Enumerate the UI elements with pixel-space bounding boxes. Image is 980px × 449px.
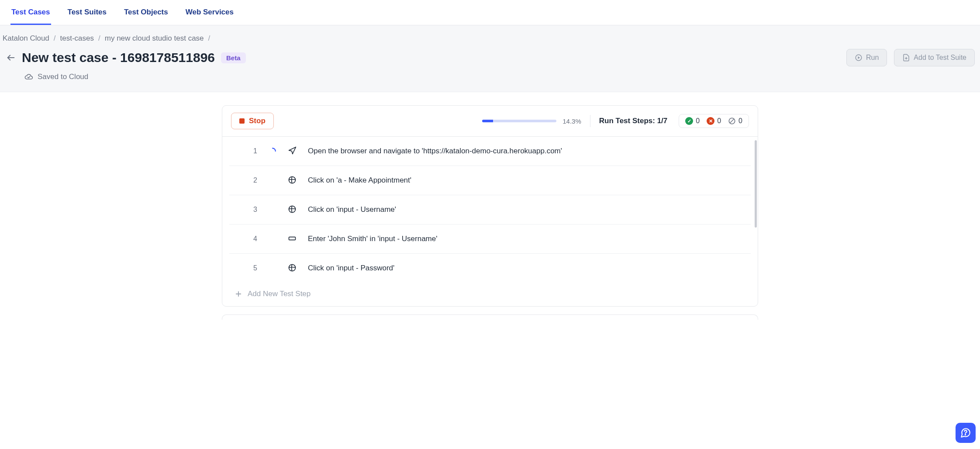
test-steps-card: Stop 14.3% Run Test Steps: 1/7 ✓ 0 <box>222 105 758 307</box>
breadcrumb: Katalon Cloud / test-cases / my new clou… <box>3 34 977 43</box>
add-step-label: Add New Test Step <box>248 290 311 298</box>
add-to-suite-button[interactable]: Add to Test Suite <box>894 49 975 66</box>
play-icon <box>855 54 863 62</box>
step-row[interactable]: 4Enter 'John Smith' in 'input - Username… <box>229 224 751 254</box>
failed-count: 0 <box>717 117 721 125</box>
status-counters: ✓ 0 ✕ 0 0 <box>679 114 749 128</box>
run-button[interactable]: Run <box>846 49 887 66</box>
stop-icon <box>239 118 245 124</box>
step-number: 3 <box>245 206 257 214</box>
skipped-count: 0 <box>738 117 742 125</box>
step-number: 2 <box>245 176 257 184</box>
breadcrumb-root[interactable]: Katalon Cloud <box>3 34 49 43</box>
step-description: Click on 'input - Username' <box>308 205 396 214</box>
progress-bar <box>482 120 556 122</box>
step-number: 5 <box>245 264 257 272</box>
tab-test-objects[interactable]: Test Objects <box>123 0 169 25</box>
run-button-label: Run <box>866 54 879 62</box>
tab-test-cases[interactable]: Test Cases <box>10 0 51 25</box>
breadcrumb-item[interactable]: my new cloud studio test case <box>105 34 204 43</box>
plus-icon <box>235 290 242 298</box>
skipped-counter: 0 <box>728 117 742 125</box>
beta-badge: Beta <box>221 52 246 63</box>
click-icon <box>288 205 297 214</box>
click-icon <box>288 263 297 273</box>
x-icon: ✕ <box>707 117 714 125</box>
add-to-suite-label: Add to Test Suite <box>914 54 966 62</box>
next-card-edge <box>222 314 758 320</box>
failed-counter: ✕ 0 <box>707 117 721 125</box>
passed-count: 0 <box>696 117 700 125</box>
divider <box>590 115 590 127</box>
passed-counter: ✓ 0 <box>685 117 700 125</box>
svg-rect-10 <box>289 237 296 240</box>
step-description: Open the browser and navigate to 'https:… <box>308 147 562 155</box>
stop-label: Stop <box>249 117 266 125</box>
input-icon <box>288 234 297 244</box>
step-number: 4 <box>245 235 257 243</box>
svg-marker-2 <box>858 56 860 59</box>
saved-label: Saved to Cloud <box>38 73 88 81</box>
cloud-icon <box>24 73 33 81</box>
svg-marker-7 <box>289 147 296 154</box>
main-tabs: Test Cases Test Suites Test Objects Web … <box>0 0 980 25</box>
run-steps-value: 1/7 <box>657 117 668 125</box>
run-steps-text: Run Test Steps: <box>599 117 655 125</box>
click-icon <box>288 176 297 185</box>
step-row[interactable]: 2Click on 'a - Make Appointment' <box>229 166 751 195</box>
run-bar: Stop 14.3% Run Test Steps: 1/7 ✓ 0 <box>222 106 758 137</box>
skip-icon <box>728 117 736 125</box>
progress-percent: 14.3% <box>562 117 581 125</box>
breadcrumb-section[interactable]: test-cases <box>60 34 94 43</box>
svg-line-6 <box>730 119 734 123</box>
add-step-button[interactable]: Add New Test Step <box>222 283 758 306</box>
breadcrumb-separator: / <box>98 34 100 43</box>
step-row[interactable]: 1Open the browser and navigate to 'https… <box>229 137 751 166</box>
step-description: Enter 'John Smith' in 'input - Username' <box>308 235 437 243</box>
check-icon: ✓ <box>685 117 693 125</box>
steps-list: 1Open the browser and navigate to 'https… <box>222 137 758 306</box>
run-steps-counter: Run Test Steps: 1/7 <box>599 117 668 125</box>
step-description: Click on 'input - Password' <box>308 264 394 273</box>
breadcrumb-separator: / <box>54 34 56 43</box>
tab-test-suites[interactable]: Test Suites <box>67 0 107 25</box>
navigate-icon <box>288 146 297 156</box>
page-title: New test case - 1698178511896 <box>22 50 215 65</box>
progress: 14.3% <box>482 117 581 125</box>
progress-fill <box>482 120 493 122</box>
step-row[interactable]: 5Click on 'input - Password' <box>229 254 751 283</box>
scrollbar[interactable] <box>755 140 757 228</box>
back-arrow-icon[interactable] <box>6 53 16 62</box>
file-plus-icon <box>902 54 910 62</box>
step-row[interactable]: 3Click on 'input - Username' <box>229 195 751 224</box>
step-status-icon <box>268 147 277 155</box>
tab-web-services[interactable]: Web Services <box>185 0 235 25</box>
step-number: 1 <box>245 147 257 155</box>
step-description: Click on 'a - Make Appointment' <box>308 176 411 185</box>
breadcrumb-separator: / <box>208 34 210 43</box>
stop-button[interactable]: Stop <box>231 113 274 129</box>
saved-status: Saved to Cloud <box>24 73 977 81</box>
page-subheader: Katalon Cloud / test-cases / my new clou… <box>0 25 980 92</box>
